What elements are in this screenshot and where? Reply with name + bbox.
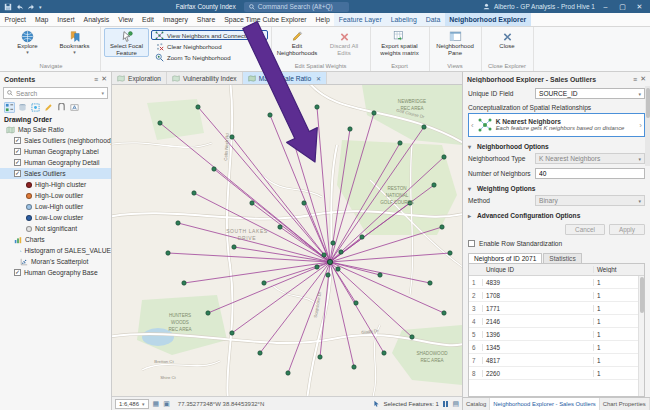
neighborhood-pane-button[interactable]: Neighborhood Pane	[433, 28, 478, 57]
neighborhood-options-section[interactable]: ▾ Neighborhood Options	[468, 143, 645, 150]
unique-id-field-dropdown[interactable]: SOURCE_ID▾	[535, 88, 645, 99]
layer-checkbox[interactable]: ✓	[14, 148, 21, 155]
map-tab-exploration[interactable]: Exploration	[112, 72, 167, 84]
map-scale-selector[interactable]: 1:6,486▾	[115, 399, 149, 409]
search-options-dropdown-icon[interactable]: ▾	[101, 90, 104, 96]
pane-scrollbar[interactable]	[645, 86, 650, 166]
pause-drawing-icon[interactable]	[443, 401, 449, 407]
bookmarks-button[interactable]: Bookmarks ▾	[52, 28, 97, 56]
export-spatial-weights-button[interactable]: Export spatial weights matrix	[374, 28, 426, 57]
tab-neighbors-of-id[interactable]: Neighbors of ID 2071	[468, 253, 542, 263]
list-by-editing-icon[interactable]	[43, 102, 54, 113]
neighborhood-type-dropdown[interactable]: K Nearest Neighbors▾	[535, 153, 645, 164]
pane-close-icon[interactable]: ✕	[640, 75, 646, 83]
snapshot-icon[interactable]: ▤	[452, 399, 459, 409]
tab-neighborhood-explorer[interactable]: Neighborhood Explorer	[445, 13, 531, 26]
edit-neighborhoods-button[interactable]: Edit Neighborhoods	[275, 28, 320, 57]
layer-item-human-geography-label[interactable]: ✓ Human Geography Label	[0, 146, 111, 157]
table-row[interactable]: 748171	[469, 354, 644, 367]
table-row[interactable]: 317711	[469, 302, 644, 315]
map-item[interactable]: Map Sale Ratio	[0, 124, 111, 135]
tab-share[interactable]: Share	[192, 13, 219, 26]
charts-group[interactable]: Charts	[0, 234, 111, 245]
table-row[interactable]: 822601	[469, 367, 644, 380]
table-scrollbar[interactable]	[638, 276, 644, 396]
list-by-labeling-icon[interactable]	[69, 102, 80, 113]
grid-toggle-icon[interactable]: ▦	[153, 399, 160, 409]
chart-item-moran-scatterplot[interactable]: Moran's Scatterplot	[0, 256, 111, 267]
bottom-tab-neighborhood-explorer[interactable]: Neighborhood Explorer - Sales Outliers	[490, 398, 599, 410]
tab-project[interactable]: Project	[0, 13, 30, 26]
tab-statistics[interactable]: Statistics	[543, 253, 581, 263]
card-prev-icon[interactable]: ‹	[471, 121, 474, 130]
explore-dropdown-icon[interactable]: ▾	[26, 50, 29, 55]
signed-in-user[interactable]: Alberto - GP Analysis - Prod Hive 1	[494, 3, 595, 10]
layer-checkbox[interactable]: ✓	[14, 137, 21, 144]
tab-analysis[interactable]: Analysis	[79, 13, 114, 26]
tab-edit[interactable]: Edit	[138, 13, 159, 26]
clear-neighborhood-button[interactable]: Clear Neighborhood	[151, 41, 268, 51]
legend-item-high-low[interactable]: High-Low outlier	[0, 190, 111, 201]
layer-item-human-geography-detail[interactable]: ✓ Human Geography Detail	[0, 157, 111, 168]
map-tab-market-sale-ratio[interactable]: Market Sale Ratio ✕	[243, 72, 327, 84]
layer-checkbox[interactable]: ✓	[14, 159, 21, 166]
weighting-options-section[interactable]: ▾ Weighting Options	[468, 185, 645, 192]
close-explorer-button[interactable]: Close	[485, 28, 530, 51]
extent-icon[interactable]: ▣	[163, 399, 170, 409]
zoom-to-neighborhood-button[interactable]: Zoom To Neighborhood	[151, 52, 268, 62]
table-row[interactable]: 217081	[469, 289, 644, 302]
cancel-button[interactable]: Cancel	[565, 224, 605, 235]
close-map-tab-icon[interactable]: ✕	[316, 75, 321, 82]
layer-checkbox[interactable]: ✓	[14, 269, 21, 276]
map-canvas[interactable]: NEWBRIDGE REC AREA RESTON NATIONAL GOLF …	[112, 85, 462, 396]
apply-button[interactable]: Apply	[609, 224, 645, 235]
tab-map[interactable]: Map	[30, 13, 52, 26]
close-window-button[interactable]: ✕	[633, 3, 646, 11]
legend-item-low-low[interactable]: Low-Low cluster	[0, 212, 111, 223]
table-row[interactable]: 148391	[469, 276, 644, 289]
undo-icon[interactable]	[15, 3, 24, 11]
table-row[interactable]: 613451	[469, 341, 644, 354]
contents-search-input[interactable]: Search ▾	[3, 87, 108, 99]
number-of-neighbors-input[interactable]	[539, 170, 641, 177]
list-by-data-source-icon[interactable]	[17, 102, 28, 113]
tab-labeling[interactable]: Labeling	[386, 13, 421, 26]
save-icon[interactable]	[4, 3, 12, 11]
selected-features-count[interactable]: Selected Features: 1	[384, 401, 439, 407]
map-tab-vulnerability-index[interactable]: Vulnerability Index	[167, 72, 243, 84]
tab-insert[interactable]: Insert	[53, 13, 79, 26]
method-dropdown[interactable]: Binary▾	[535, 195, 645, 206]
bottom-tab-chart-properties[interactable]: Chart Properties	[600, 398, 650, 410]
legend-item-not-significant[interactable]: Not significant	[0, 223, 111, 234]
legend-item-high-high[interactable]: High-High cluster	[0, 179, 111, 190]
layer-item-sales-outliers-neighborhood[interactable]: ✓ Sales Outliers (neighborhood)	[0, 135, 111, 146]
pane-close-icon[interactable]: ✕	[101, 75, 107, 83]
tab-view[interactable]: View	[114, 13, 138, 26]
discard-all-edits-button[interactable]: Discard All Edits	[322, 28, 367, 57]
select-focal-feature-button[interactable]: Select Focal Feature	[104, 28, 149, 57]
pane-options-icon[interactable]: ≡	[633, 76, 637, 83]
layer-checkbox[interactable]: ✓	[14, 170, 21, 177]
explore-button[interactable]: Explore ▾	[5, 28, 50, 56]
list-by-snapping-icon[interactable]	[56, 102, 67, 113]
table-row[interactable]: 421461	[469, 315, 644, 328]
row-standardization-checkbox[interactable]	[468, 240, 475, 247]
view-neighbors-and-connections-button[interactable]: View Neighbors and Connections ▾	[151, 30, 268, 40]
bottom-tab-catalog[interactable]: Catalog	[463, 398, 490, 410]
legend-item-low-high[interactable]: Low-High outlier	[0, 201, 111, 212]
command-search-input[interactable]: Command Search (Alt+Q)	[244, 2, 349, 12]
minimize-button[interactable]: –	[599, 3, 612, 10]
card-next-icon[interactable]: ›	[639, 121, 642, 130]
list-by-drawing-order-icon[interactable]	[4, 102, 15, 113]
column-header-unique-id[interactable]: Unique ID	[483, 266, 594, 273]
list-by-selection-icon[interactable]	[30, 102, 41, 113]
table-row[interactable]: 513961	[469, 328, 644, 341]
bookmarks-dropdown-icon[interactable]: ▾	[73, 50, 76, 55]
tab-imagery[interactable]: Imagery	[158, 13, 192, 26]
tab-space-time-cube-explorer[interactable]: Space Time Cube Explorer	[220, 13, 311, 26]
chart-item-histogram[interactable]: Histogram of SALES_VALUE	[0, 245, 111, 256]
tab-data[interactable]: Data	[421, 13, 445, 26]
layer-item-human-geography-base[interactable]: ✓ Human Geography Base	[0, 267, 111, 278]
redo-icon[interactable]	[27, 3, 36, 11]
pane-options-icon[interactable]: ≡	[94, 76, 98, 83]
